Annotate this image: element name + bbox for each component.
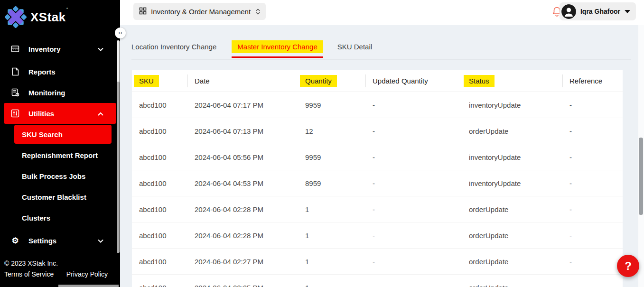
monitoring-icon [10, 88, 20, 97]
sidebar-subitem-bulk-process-jobs[interactable]: Bulk Process Jobs [0, 166, 120, 186]
copyright-text: © 2023 XStak Inc. [4, 259, 115, 267]
chevron-up-icon [98, 110, 103, 118]
sidebar-item-label: Monitoring [28, 89, 65, 97]
gear-icon: ⚙ [10, 237, 20, 245]
table-row[interactable]: abcd1002024-06-04 02:25 PM 1- orderUpdat… [132, 275, 623, 287]
tab-location-inventory-change[interactable]: Location Inventory Change [131, 40, 216, 53]
help-button[interactable]: ? [617, 255, 639, 277]
inventory-change-table: SKU Date Quantity Updated Quantity Statu… [132, 70, 623, 287]
table-header-row: SKU Date Quantity Updated Quantity Statu… [132, 70, 623, 92]
tab-sku-detail[interactable]: SKU Detail [337, 40, 372, 53]
logo-trademark: ° [66, 7, 68, 12]
caret-down-icon [625, 10, 630, 13]
sidebar-subitem-label: Bulk Process Jobs [22, 172, 85, 180]
reports-icon [10, 67, 20, 76]
user-menu-button[interactable]: Iqra Ghafoor [560, 2, 636, 20]
sidebar-item-inventory[interactable]: Inventory [0, 38, 120, 59]
column-header-updated-quantity[interactable]: Updated Quantity [365, 70, 462, 92]
terms-of-service-link[interactable]: Terms of Service [4, 270, 54, 278]
table-row[interactable]: abcd1002024-06-04 02:27 PM 1- orderUpdat… [132, 249, 623, 275]
avatar [561, 4, 576, 19]
user-name: Iqra Ghafoor [580, 8, 620, 15]
sidebar-item-reports[interactable]: Reports [0, 61, 120, 82]
sidebar-collapse-button[interactable]: ‹› [115, 28, 126, 38]
column-header-sku[interactable]: SKU [132, 70, 187, 92]
inventory-icon [10, 45, 20, 53]
app-selector-label: Inventory & Order Management [151, 8, 251, 16]
sidebar-subitem-sku-search[interactable]: SKU Search [14, 125, 112, 144]
sidebar-subitem-replenishment-report[interactable]: Replenishment Report [0, 145, 120, 166]
chevron-down-icon [98, 237, 103, 245]
sidebar-subitem-label: Replenishment Report [22, 151, 98, 159]
column-header-status[interactable]: Status [462, 70, 562, 92]
xstak-logo-icon [5, 6, 27, 28]
sidebar-subitem-customer-blacklist[interactable]: Customer Blacklist [0, 186, 120, 207]
column-header-reference[interactable]: Reference [562, 70, 623, 92]
column-header-quantity[interactable]: Quantity [298, 70, 365, 92]
sidebar-item-label: Utilities [28, 110, 54, 118]
tab-master-inventory-change[interactable]: Master Inventory Change [232, 40, 323, 53]
sidebar-subitem-clusters[interactable]: Clusters [0, 207, 120, 228]
logo-text: XStak [30, 10, 66, 24]
tab-bar: Location Inventory Change Master Invento… [131, 40, 631, 60]
utilities-icon [10, 109, 20, 118]
sidebar-item-label: Settings [28, 237, 56, 245]
logo[interactable]: XStak° [0, 0, 120, 29]
column-header-date[interactable]: Date [187, 70, 298, 92]
table-row[interactable]: abcd1002024-06-04 02:28 PM 1- orderUpdat… [132, 196, 623, 222]
sidebar-nav: Inventory Reports Monitoring [0, 38, 120, 251]
topbar: Inventory & Order Management Iqra Ghafoo… [120, 0, 644, 25]
app-selector-button[interactable]: Inventory & Order Management [133, 3, 266, 20]
sidebar-subitem-label: Clusters [22, 214, 50, 222]
sidebar-footer: © 2023 XStak Inc. Terms of Service Priva… [0, 255, 120, 285]
sidebar-item-settings[interactable]: ⚙ Settings [0, 230, 120, 251]
privacy-policy-link[interactable]: Privacy Policy [66, 270, 108, 278]
table-row[interactable]: abcd1002024-06-04 07:13 PM 12- orderUpda… [132, 118, 623, 144]
sidebar-horizontal-scrollbar[interactable] [58, 285, 119, 287]
sidebar-item-label: Inventory [28, 45, 61, 53]
sidebar-item-label: Reports [28, 68, 56, 76]
main-scrollbar-thumb[interactable] [639, 138, 643, 215]
sidebar-scrollbar-thumb[interactable] [117, 82, 120, 253]
sidebar: XStak° Inventory Reports [0, 0, 120, 287]
table-row[interactable]: abcd1002024-06-04 04:53 PM 8959- invento… [132, 170, 623, 196]
sidebar-subitem-label: SKU Search [22, 130, 63, 139]
table-row[interactable]: abcd1002024-06-04 07:17 PM 9959- invento… [132, 92, 623, 118]
sidebar-subitem-label: Customer Blacklist [22, 193, 86, 201]
main-content: ‹› Location Inventory Change Master Inve… [120, 25, 644, 287]
chevron-down-icon [98, 45, 103, 53]
sidebar-item-monitoring[interactable]: Monitoring [0, 82, 120, 103]
table-row[interactable]: abcd1002024-06-04 05:56 PM 9959- invento… [132, 144, 623, 170]
grid-icon [139, 7, 147, 16]
sort-chevrons-icon [256, 9, 260, 15]
table-row[interactable]: abcd1002024-06-04 02:28 PM 1- orderUpdat… [132, 222, 623, 249]
sidebar-item-utilities[interactable]: Utilities [4, 103, 116, 124]
